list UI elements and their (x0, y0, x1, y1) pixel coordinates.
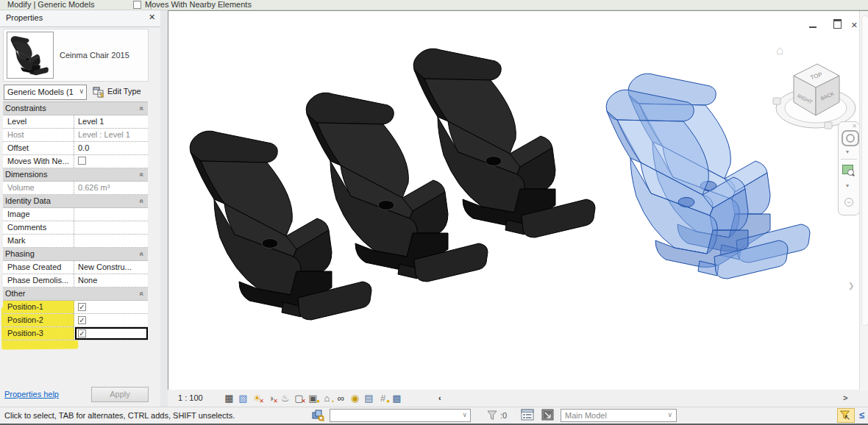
cursor-icon: ↖ (844, 413, 850, 421)
close-icon[interactable]: ✕ (149, 12, 155, 22)
detail-level-icon[interactable]: ▦ (222, 392, 236, 405)
properties-help-link[interactable]: Properties help (4, 390, 59, 399)
property-row-moves-with-ne-: Moves With Ne... (3, 155, 148, 168)
zoom-dropdown-icon[interactable]: ▾ (846, 182, 849, 189)
close-window-icon[interactable]: ✕ (851, 21, 858, 30)
reveal-hidden-elements-icon[interactable]: ◉ (348, 392, 362, 405)
compass-tag-north[interactable] (825, 122, 832, 129)
visual-style-icon[interactable]: ▧ (236, 392, 250, 405)
properties-title-bar[interactable]: Properties ✕ (0, 10, 160, 27)
minimize-icon[interactable] (809, 21, 817, 28)
section-header-constraints[interactable]: Constraints« (3, 102, 148, 115)
type-selector-dropdown[interactable]: Generic Models (1 ∨ (4, 85, 87, 100)
selection-filter-icon[interactable] (487, 410, 498, 421)
property-value[interactable] (75, 155, 148, 168)
moves-with-nearby-checkbox[interactable] (133, 1, 141, 9)
vertical-scrollbar[interactable] (859, 11, 868, 390)
property-row-position-2: Position-2✓ (3, 314, 148, 327)
options-bar: Modify | Generic Models Moves With Nearb… (0, 0, 868, 10)
checkbox-icon[interactable] (78, 157, 86, 165)
chevron-down-icon: ∨ (462, 411, 467, 418)
show-rendering-dialog-icon[interactable]: ♨ (278, 392, 292, 405)
displacement-sets-icon-glyph: ▩ (392, 393, 401, 404)
checkbox-icon[interactable]: ✓ (78, 303, 86, 311)
show-crop-region-icon[interactable]: ▣● (306, 392, 320, 405)
property-value[interactable]: New Constru... (75, 261, 148, 274)
temporary-view-properties-icon[interactable]: ▤ (362, 392, 376, 405)
steering-wheel-icon[interactable] (842, 130, 859, 146)
property-value[interactable]: None (75, 274, 148, 287)
section-label: Other (5, 289, 26, 298)
analytical-model-icon[interactable]: #● (376, 392, 390, 405)
collapse-section-icon[interactable]: « (138, 199, 146, 204)
shadows-icon[interactable]: ◑✕ (264, 392, 278, 405)
property-value[interactable]: ✓ (75, 301, 148, 313)
property-value: 0.626 m³ (75, 182, 148, 194)
status-hint: Click to select, TAB for alternates, CTR… (4, 411, 235, 420)
chevron-expand-icon[interactable]: ❯ (848, 282, 854, 290)
navbar-close-icon[interactable]: ✕ (852, 123, 857, 129)
type-preview-area: Ceinma Chair 2015 (3, 29, 149, 82)
chevron-down-icon: ∨ (667, 411, 672, 418)
scrollbar-thumb[interactable] (861, 15, 868, 326)
design-option-dropdown[interactable]: Main Model ∨ (561, 409, 677, 422)
design-options-icon[interactable] (541, 409, 555, 421)
collapse-section-icon[interactable]: « (138, 252, 146, 257)
chevron-right-icon[interactable]: > (843, 393, 847, 402)
property-value[interactable] (75, 208, 148, 221)
family-name: Ceinma Chair 2015 (60, 51, 129, 60)
navbar-collapse-icon[interactable]: − (844, 198, 853, 207)
property-value[interactable]: ✓ (75, 314, 148, 326)
property-label: Moves With Ne... (3, 155, 74, 168)
section-label: Phasing (5, 249, 35, 258)
section-header-phasing[interactable]: Phasing« (3, 248, 148, 261)
navigation-bar: ✕ ▾ ▾ − (838, 121, 860, 215)
property-value[interactable]: ✓ (75, 327, 148, 340)
sun-path-icon[interactable]: ☀✕ (250, 392, 264, 405)
model-view: .chairBlack{--f1:#232323;--f2:#2a2a2a;--… (168, 11, 867, 389)
properties-grid: Constraints«LevelLevel 1HostLevel : Leve… (3, 101, 148, 340)
locked-3d-view-icon[interactable]: ⌂▪ (320, 392, 334, 405)
checkbox-icon[interactable]: ✓ (78, 329, 86, 338)
navbar-divider (841, 159, 857, 160)
drawing-area[interactable]: .chairBlack{--f1:#232323;--f2:#2a2a2a;--… (168, 10, 868, 390)
property-row-volume: Volume0.626 m³ (3, 182, 148, 195)
property-value[interactable]: 0.0 (75, 142, 148, 154)
crop-view-icon[interactable]: ▢✕ (292, 392, 306, 405)
crop-view-icon-overlay: ✕ (301, 399, 306, 404)
wheel-dropdown-icon[interactable]: ▾ (846, 149, 849, 155)
tab-modify-generic-models[interactable]: Modify | Generic Models (7, 0, 94, 9)
section-header-dimensions[interactable]: Dimensions« (3, 168, 148, 182)
collapse-section-icon[interactable]: « (138, 173, 146, 177)
property-value[interactable] (75, 235, 148, 247)
edit-type-button[interactable]: Edit Type (91, 85, 150, 100)
black-chair-row[interactable] (190, 49, 595, 320)
worksets-icon[interactable] (312, 410, 325, 422)
section-header-other[interactable]: Other« (3, 288, 148, 301)
edge-partial-icon[interactable]: ≤ (859, 410, 864, 421)
property-value[interactable] (75, 221, 148, 234)
property-label: Image (3, 208, 74, 221)
editable-only-icon[interactable] (521, 409, 535, 421)
displacement-sets-icon[interactable]: ▩ (390, 392, 404, 405)
checkbox-icon[interactable]: ✓ (78, 316, 86, 324)
property-value[interactable]: Level 1 (75, 115, 148, 128)
compass-tag-west[interactable] (773, 98, 780, 104)
locked-3d-view-icon-glyph: ⌂ (324, 393, 330, 404)
section-header-identity-data[interactable]: Identity Data« (3, 195, 148, 208)
family-thumbnail[interactable] (7, 32, 54, 79)
active-workset-dropdown[interactable]: ∨ (330, 409, 471, 422)
apply-button[interactable]: Apply (91, 387, 149, 402)
restore-icon[interactable] (833, 19, 842, 29)
property-value: Level : Level 1 (75, 129, 148, 141)
filter-button[interactable]: ↖ (837, 408, 855, 423)
collapse-section-icon[interactable]: « (138, 292, 146, 296)
collapse-section-icon[interactable]: « (138, 107, 146, 111)
property-label: Offset (3, 142, 74, 154)
view-scale-button[interactable]: 1 : 100 (178, 393, 203, 402)
property-label: Comments (3, 221, 74, 234)
view-control-collapse-icon[interactable]: ‹ (438, 393, 441, 402)
temporary-hide-isolate-icon[interactable]: ∞ (334, 392, 348, 405)
detail-level-icon-glyph: ▦ (224, 393, 233, 404)
panel-separator[interactable] (160, 10, 168, 425)
